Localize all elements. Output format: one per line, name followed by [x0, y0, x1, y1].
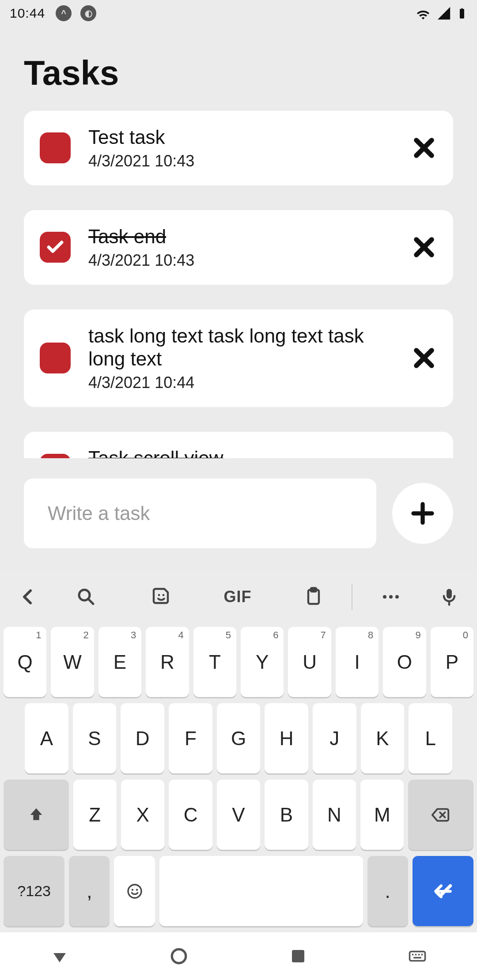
keyboard-clipboard-button[interactable]	[276, 570, 351, 623]
notification-icon: ^	[56, 5, 72, 21]
key-shift[interactable]	[4, 780, 69, 850]
key-d[interactable]: D	[121, 703, 164, 773]
task-title: Test task	[88, 126, 393, 149]
svg-point-2	[163, 594, 165, 596]
svg-rect-8	[447, 589, 452, 599]
task-checkbox[interactable]	[40, 232, 71, 263]
task-list: Test task 4/3/2021 10:43 Task end 4/3/20…	[24, 111, 453, 458]
divider	[352, 584, 352, 610]
key-u[interactable]: U7	[288, 627, 331, 697]
svg-point-5	[383, 595, 386, 599]
battery-icon	[457, 4, 467, 22]
key-x[interactable]: X	[121, 780, 164, 850]
svg-rect-13	[292, 950, 304, 962]
key-z[interactable]: Z	[73, 780, 117, 850]
task-delete-button[interactable]	[411, 345, 437, 371]
keyboard-more-button[interactable]	[353, 570, 428, 623]
status-time: 10:44	[10, 6, 45, 21]
key-b[interactable]: B	[265, 780, 308, 850]
task-date: 4/3/2021 10:44	[88, 373, 393, 392]
status-bar: 10:44 ^ ◐	[0, 0, 477, 26]
key-superscript: 8	[368, 629, 373, 641]
key-comma[interactable]: ,	[69, 856, 110, 926]
key-h[interactable]: H	[265, 703, 308, 773]
key-s[interactable]: S	[73, 703, 117, 773]
task-title: Task end	[88, 225, 393, 249]
svg-point-12	[172, 949, 186, 963]
key-superscript: 7	[321, 629, 326, 641]
key-o[interactable]: O9	[383, 627, 426, 697]
keyboard-mic-button[interactable]	[429, 570, 469, 623]
key-superscript: 3	[131, 629, 136, 641]
task-delete-button[interactable]	[411, 234, 437, 260]
task-delete-button[interactable]	[411, 135, 437, 161]
keyboard-search-button[interactable]	[49, 570, 124, 623]
key-emoji[interactable]	[114, 856, 155, 926]
wifi-icon	[415, 5, 431, 21]
svg-rect-14	[410, 952, 425, 961]
key-symbols[interactable]: ?123	[4, 856, 64, 926]
key-r[interactable]: R4	[146, 627, 189, 697]
key-q[interactable]: Q1	[4, 627, 46, 697]
task-date: 4/3/2021 10:43	[88, 251, 393, 270]
add-task-button[interactable]	[392, 483, 453, 544]
key-superscript: 4	[178, 629, 183, 641]
key-g[interactable]: G	[217, 703, 261, 773]
keyboard-gif-button[interactable]: GIF	[200, 570, 275, 623]
key-superscript: 0	[463, 629, 468, 641]
key-superscript: 5	[226, 629, 231, 641]
task-input-container[interactable]	[24, 479, 376, 548]
key-j[interactable]: J	[313, 703, 356, 773]
keyboard-collapse-button[interactable]	[8, 570, 48, 623]
keyboard: GIF Q1W2E3R4T5Y6U7I8O9P0 ASDFGHJKL ZXCVB…	[0, 570, 477, 932]
nav-keyboard-switch-button[interactable]	[382, 947, 453, 965]
key-l[interactable]: L	[409, 703, 452, 773]
nav-back-button[interactable]	[24, 947, 95, 965]
svg-point-11	[136, 889, 137, 890]
key-y[interactable]: Y6	[241, 627, 284, 697]
task-input[interactable]	[48, 502, 352, 524]
keyboard-sticker-button[interactable]	[125, 570, 200, 623]
task-row[interactable]: task long text task long text task long …	[24, 309, 453, 407]
keyboard-toolbar: GIF	[0, 570, 477, 623]
task-date: 4/3/2021 10:43	[88, 152, 393, 170]
task-row[interactable]: Test task 4/3/2021 10:43	[24, 111, 453, 185]
key-t[interactable]: T5	[193, 627, 236, 697]
key-i[interactable]: I8	[336, 627, 379, 697]
svg-rect-18	[421, 954, 423, 956]
key-f[interactable]: F	[169, 703, 212, 773]
key-p[interactable]: P0	[431, 627, 473, 697]
task-checkbox[interactable]	[40, 454, 71, 458]
key-v[interactable]: V	[217, 780, 260, 850]
key-space[interactable]	[159, 856, 363, 926]
task-checkbox[interactable]	[40, 132, 71, 163]
key-k[interactable]: K	[361, 703, 405, 773]
key-m[interactable]: M	[360, 780, 404, 850]
svg-point-6	[389, 595, 393, 599]
task-row[interactable]: Task scroll view 4/3/2021 10:44	[24, 432, 453, 458]
svg-point-10	[131, 889, 133, 890]
key-period[interactable]: .	[367, 856, 408, 926]
key-enter[interactable]	[413, 856, 473, 926]
svg-point-9	[128, 885, 141, 898]
key-e[interactable]: E3	[98, 627, 141, 697]
svg-rect-17	[418, 954, 420, 956]
status-notification-icons: ^ ◐	[56, 5, 96, 21]
nav-recents-button[interactable]	[263, 947, 333, 965]
key-superscript: 1	[36, 629, 41, 641]
task-title: task long text task long text task long …	[88, 324, 393, 371]
key-superscript: 2	[83, 629, 89, 641]
nav-home-button[interactable]	[144, 947, 214, 965]
key-c[interactable]: C	[169, 780, 212, 850]
task-checkbox[interactable]	[40, 343, 71, 373]
task-row[interactable]: Task end 4/3/2021 10:43	[24, 210, 453, 285]
key-a[interactable]: A	[25, 703, 68, 773]
key-superscript: 9	[415, 629, 420, 641]
key-backspace[interactable]	[408, 780, 473, 850]
signal-icon	[436, 6, 451, 21]
notification-icon: ◐	[80, 5, 96, 21]
key-w[interactable]: W2	[51, 627, 94, 697]
svg-point-1	[158, 594, 160, 596]
key-superscript: 6	[273, 629, 278, 641]
key-n[interactable]: N	[313, 780, 356, 850]
